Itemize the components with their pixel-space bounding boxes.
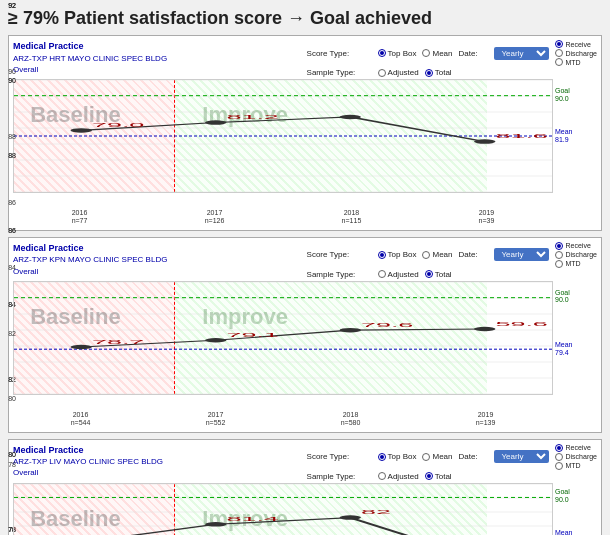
data-label: 78.7 [92,338,144,344]
receive-label: Receive [565,242,590,249]
radio-total[interactable]: Total [425,472,452,481]
x-label: 2016n=544 [71,411,91,428]
receive-radio[interactable]: Receive [555,242,597,250]
x-label: 2017n=126 [205,209,225,226]
svg-point-27 [474,327,496,331]
overall-label: Overall [13,266,167,277]
receive-radio[interactable]: Receive [555,444,597,452]
date-label: Date: [458,452,488,461]
radio-top-box[interactable]: Top Box [378,452,417,461]
discharge-label: Discharge [565,50,597,57]
score-type-label: Score Type: [307,250,372,259]
mean-label-ctrl: Mean [432,250,452,259]
adjusted-label: Adjusted [388,270,419,279]
chart-block-chart1: Medical Practice ARZ-TXP HRT MAYO CLINIC… [8,35,602,231]
x-label: 2019n=39 [479,209,495,226]
mtd-label: MTD [565,260,580,267]
date-select[interactable]: Yearly Monthly [494,47,549,60]
radio-adjusted[interactable]: Adjusted [378,270,419,279]
score-type-label: Score Type: [307,452,372,461]
trend-svg: 78.779.179.659.6 [14,282,552,394]
svg-point-13 [474,139,496,143]
top-box-label: Top Box [388,49,417,58]
date-select[interactable]: Yearly Monthly [494,450,549,463]
chart-block-chart3: Medical Practice ARZ-TXP LIV MAYO CLINIC… [8,439,602,535]
data-label: 81.4 [227,515,280,521]
radio-top-box[interactable]: Top Box [378,49,417,58]
radio-top-box[interactable]: Top Box [378,250,417,259]
radio-adjusted[interactable]: Adjusted [378,472,419,481]
x-label: 2019n=139 [476,411,496,428]
svg-point-11 [205,120,227,124]
location-name: ARZ-TXP HRT MAYO CLINIC SPEC BLDG [13,53,167,64]
discharge-radio[interactable]: Discharge [555,49,597,57]
date-label: Date: [458,49,488,58]
practice-name: Medical Practice [13,242,167,255]
svg-point-24 [70,345,92,349]
goal-label: Goal90.0 [555,488,570,503]
x-label: 2016n=77 [72,209,88,226]
svg-point-26 [339,328,361,332]
date-select[interactable]: Yearly Monthly [494,248,549,261]
x-axis-labels: 2016n=5442017n=5522018n=5802019n=139 [13,411,553,428]
discharge-radio[interactable]: Discharge [555,251,597,259]
svg-point-10 [70,128,92,132]
mean-label-chart: Mean79.4 [555,341,573,356]
radio-total[interactable]: Total [425,68,452,77]
mean-label-chart: Mean81.9 [555,128,573,143]
mtd-radio[interactable]: MTD [555,462,597,470]
discharge-label: Discharge [565,251,597,258]
receive-label: Receive [565,41,590,48]
page-title: ≥ 79% Patient satisfaction score → Goal … [8,8,602,29]
receive-label: Receive [565,444,590,451]
data-label: 79.1 [227,331,279,337]
overall-label: Overall [13,467,163,478]
x-label: 2018n=115 [342,209,362,226]
mean-label-ctrl: Mean [432,452,452,461]
y-axis: 929088868482807876 [0,0,18,535]
radio-mean[interactable]: Mean [422,452,452,461]
practice-name: Medical Practice [13,444,163,457]
mtd-radio[interactable]: MTD [555,58,597,66]
mean-label-chart: Mean81.0 [555,529,573,535]
total-label: Total [435,270,452,279]
score-type-label: Score Type: [307,49,372,58]
mtd-radio[interactable]: MTD [555,260,597,268]
sample-type-label: Sample Type: [307,270,372,279]
practice-name: Medical Practice [13,40,167,53]
radio-total[interactable]: Total [425,270,452,279]
radio-mean[interactable]: Mean [422,49,452,58]
radio-adjusted[interactable]: Adjusted [378,68,419,77]
mean-label-ctrl: Mean [432,49,452,58]
total-label: Total [435,472,452,481]
date-label: Date: [458,250,488,259]
svg-point-25 [205,338,227,342]
discharge-radio[interactable]: Discharge [555,453,597,461]
x-label: 2017n=552 [206,411,226,428]
top-box-label: Top Box [388,452,417,461]
sample-type-label: Sample Type: [307,68,372,77]
radio-mean[interactable]: Mean [422,250,452,259]
data-label: 59.6 [496,320,548,326]
goal-label: Goal90.0 [555,87,570,102]
data-label: 82 [361,509,391,515]
data-label: 79.0 [92,122,145,128]
mtd-label: MTD [565,59,580,66]
trend-svg: 80.081.48277.7 [14,484,552,535]
top-box-label: Top Box [388,250,417,259]
svg-point-40 [205,522,227,526]
svg-point-12 [339,115,361,119]
receive-radio[interactable]: Receive [555,40,597,48]
adjusted-label: Adjusted [388,68,419,77]
trend-svg: 79.081.281.6 [14,80,552,192]
data-label: 81.6 [496,133,548,139]
svg-point-41 [339,515,361,519]
data-label: 81.2 [227,114,279,120]
data-label: 79.6 [361,321,413,327]
discharge-label: Discharge [565,453,597,460]
x-axis-labels: 2016n=772017n=1262018n=1152019n=39 [13,209,553,226]
mtd-label: MTD [565,462,580,469]
total-label: Total [435,68,452,77]
goal-label: Goal90.0 [555,289,570,304]
overall-label: Overall [13,64,167,75]
